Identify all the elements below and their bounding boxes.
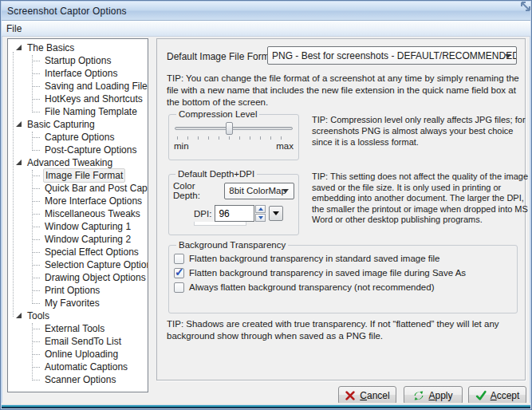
tree-connector: [32, 80, 40, 87]
tree-item-email-sendto-list[interactable]: Email SendTo List: [8, 335, 148, 348]
checkbox-label: Always flatten background transparency (…: [189, 282, 434, 292]
dpi-spinner: [255, 205, 266, 222]
tree-connector: [32, 246, 40, 253]
tree-item-basic-capturing[interactable]: Basic Capturing: [8, 118, 148, 131]
tree-item-drawing-object-options[interactable]: Drawing Object Options: [8, 271, 148, 284]
dialog-body: The Basics Startup Options Interface Opt…: [2, 37, 530, 404]
tree-item-capture-options[interactable]: Capture Options: [8, 131, 148, 144]
tree-connector: [32, 271, 40, 278]
dpi-label: DPI:: [194, 209, 211, 219]
always-flatten-checkbox-row[interactable]: Always flatten background transparency (…: [174, 280, 512, 294]
dpi-preset-dropdown-button[interactable]: [269, 206, 283, 221]
expanded-triangle-icon[interactable]: [16, 45, 22, 50]
accept-button[interactable]: Accept: [468, 386, 526, 404]
cancel-button-label: Cancel: [360, 390, 389, 401]
tree-item-external-tools[interactable]: External Tools: [8, 322, 148, 335]
tree-item-window-capturing-2[interactable]: Window Capturing 2: [8, 233, 148, 246]
tree-connector: [32, 144, 40, 151]
tree-item-image-file-format[interactable]: Image File Format: [8, 169, 148, 182]
slider-track[interactable]: [175, 127, 293, 130]
chevron-down-icon: [505, 54, 511, 58]
tree-item-post-capture-options[interactable]: Post-Capture Options: [8, 144, 148, 156]
tree-connector: [32, 284, 40, 291]
tree-item-selection-capture-options[interactable]: Selection Capture Options: [8, 258, 148, 271]
compression-group-title: Compression Level: [176, 109, 259, 119]
tree-item-advanced-tweaking[interactable]: Advanced Tweaking: [8, 156, 148, 169]
accept-button-label: Accept: [491, 390, 520, 401]
tree-connector: [32, 195, 40, 202]
dpi-edit-underline: [194, 222, 246, 226]
tree-branch-line: [32, 323, 33, 380]
background-transparency-groupbox: Background Transparency Flatten backgrou…: [168, 240, 518, 313]
tree-item-my-favorites[interactable]: My Favorites: [8, 297, 148, 309]
default-format-combobox[interactable]: PNG - Best for screenshots - DEFAULT/REC…: [267, 46, 517, 65]
options-tree: The Basics Startup Options Interface Opt…: [7, 38, 148, 392]
tree-connector: [32, 335, 40, 342]
tree-item-the-basics[interactable]: The Basics: [8, 41, 148, 54]
tree-connector: [32, 220, 40, 227]
color-depth-label: Color Depth:: [173, 181, 221, 200]
spin-down-button[interactable]: [255, 214, 266, 222]
tip-shadows: TIP: Shadows are created with true trans…: [167, 318, 527, 342]
tree-connector: [32, 169, 40, 176]
flatten-standard-checkbox-row[interactable]: Flatten background transparency in stand…: [174, 251, 512, 266]
tree-item-startup-options[interactable]: Startup Options: [8, 54, 148, 67]
tree-item-hotkeys-shortcuts[interactable]: HotKeys and Shortcuts: [8, 93, 148, 105]
tip-file-format: TIP: You can change the file format of a…: [167, 73, 530, 108]
tree-item-scanner-options[interactable]: Scanner Options: [8, 373, 148, 386]
tree-connector: [32, 131, 40, 138]
tree-item-special-effect-options[interactable]: Special Effect Options: [8, 246, 148, 258]
tree-connector: [32, 233, 40, 240]
compression-slider[interactable]: [174, 121, 294, 140]
spin-up-button[interactable]: [255, 205, 266, 213]
tree-item-online-uploading[interactable]: Online Uploading: [8, 348, 148, 361]
up-arrow-icon: [258, 207, 263, 211]
apply-button-label: Apply: [428, 390, 452, 401]
tree-connector: [32, 373, 40, 380]
tree-item-window-capturing-1[interactable]: Window Capturing 1: [8, 220, 148, 233]
tree-connector: [32, 105, 40, 112]
flatten-saveas-checkbox-row[interactable]: Flatten background transparency in saved…: [174, 266, 512, 280]
slider-max-label: max: [276, 141, 294, 151]
tree-item-print-options[interactable]: Print Options: [8, 284, 148, 297]
slider-thumb[interactable]: [226, 122, 233, 135]
tree-root-line: [13, 52, 14, 317]
expanded-triangle-icon[interactable]: [16, 121, 22, 127]
checkbox-checked[interactable]: [174, 268, 184, 278]
tree-item-interface-options[interactable]: Interface Options: [8, 67, 148, 80]
depth-dpi-group-title: Default Depth+DPI: [175, 169, 257, 179]
tree-connector: [32, 322, 40, 329]
tree-item-more-interface-options[interactable]: More Interface Options: [8, 195, 148, 207]
dpi-input[interactable]: [215, 205, 254, 222]
menubar: File: [2, 21, 530, 37]
tree-connector: [32, 207, 40, 215]
green-refresh-icon: [413, 390, 424, 401]
color-depth-value: 8bit ColorMap: [229, 186, 286, 195]
tree-item-miscellaneous-tweaks[interactable]: Miscellaneous Tweaks: [8, 207, 148, 220]
checkbox-label: Flatten background transparency in stand…: [189, 254, 440, 263]
red-x-icon: [345, 390, 356, 401]
apply-button[interactable]: Apply: [404, 386, 463, 404]
expanded-triangle-icon[interactable]: [16, 313, 22, 318]
down-arrow-icon: [258, 216, 263, 219]
checkbox-unchecked[interactable]: [174, 254, 184, 264]
expanded-triangle-icon[interactable]: [16, 160, 22, 165]
tree-item-automatic-captions[interactable]: Automatic Captions: [8, 361, 148, 373]
checkbox-unchecked[interactable]: [174, 282, 184, 293]
cancel-button[interactable]: Cancel: [338, 386, 396, 404]
tree-connector: [32, 361, 40, 368]
tree-connector: [32, 348, 40, 355]
tree-item-tools[interactable]: Tools: [8, 309, 148, 322]
window-bottom-border: [2, 403, 530, 408]
tree-item-file-naming-template[interactable]: File Naming Template: [8, 105, 148, 118]
compression-groupbox: Compression Level min max: [168, 109, 299, 160]
tip-depth-dpi: TIP: This setting does not affect the qu…: [312, 171, 532, 226]
color-depth-combobox[interactable]: 8bit ColorMap: [224, 183, 294, 199]
tree-item-saving-loading-files[interactable]: Saving and Loading Files: [8, 80, 148, 93]
menu-file[interactable]: File: [2, 22, 26, 36]
chevron-down-icon: [282, 189, 289, 193]
slider-ticks: [177, 136, 291, 140]
settings-panel: Default Image File Format: PNG - Best fo…: [156, 38, 526, 380]
titlebar[interactable]: Screenshot Captor Options: [2, 2, 530, 21]
tree-item-quick-bar-post-cap[interactable]: Quick Bar and Post Cap: [8, 182, 148, 195]
